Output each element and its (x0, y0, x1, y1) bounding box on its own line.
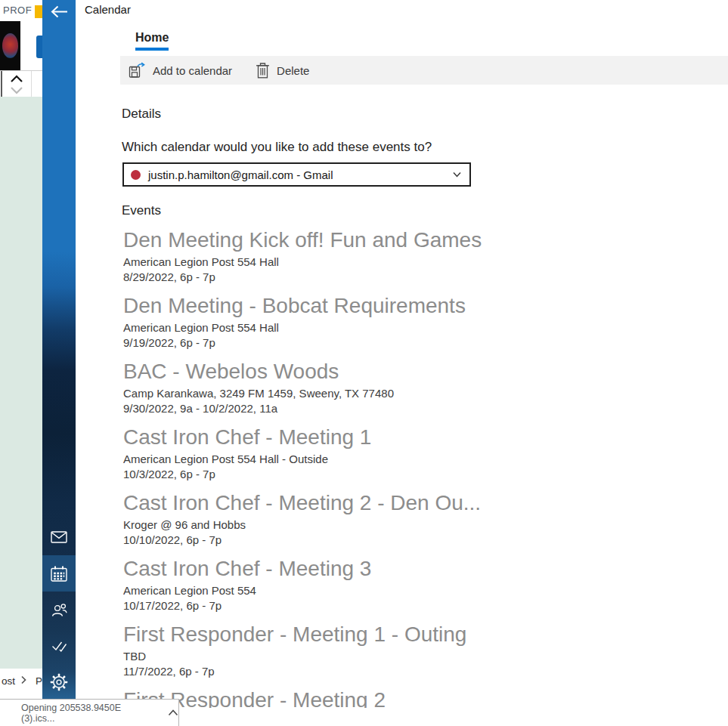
event-title: Cast Iron Chef - Meeting 3 (123, 555, 554, 583)
window-title: Calendar (85, 3, 131, 16)
download-collapse-icon[interactable] (168, 709, 178, 716)
gear-icon (50, 673, 68, 691)
details-heading: Details (122, 107, 161, 122)
event-item: Cast Iron Chef - Meeting 2 - Den Ou... K… (123, 489, 554, 548)
tab-active-underline (135, 48, 169, 51)
add-to-calendar-button[interactable]: Add to calendar (120, 56, 240, 85)
event-location: Camp Karankawa, 3249 FM 1459, Sweeny, TX… (123, 386, 554, 401)
account-color-dot (131, 170, 141, 180)
tab-home[interactable]: Home (135, 31, 169, 45)
event-item: BAC - Webelos Woods Camp Karankawa, 3249… (123, 357, 554, 416)
sidebar-item-settings[interactable] (42, 664, 76, 700)
event-title: Den Meeting Kick off! Fun and Games (123, 226, 554, 255)
event-item: Den Meeting Kick off! Fun and Games Amer… (123, 226, 554, 285)
browser-tab-label: PROF (3, 5, 32, 16)
ribbon-toolbar: Add to calendar Delete (120, 56, 728, 85)
breadcrumb-item: P (36, 675, 42, 687)
trash-icon (256, 63, 270, 79)
thumbnail-image (0, 21, 20, 70)
event-time: 8/29/2022, 6p - 7p (123, 270, 554, 285)
sidebar-item-tasks[interactable] (42, 628, 76, 664)
event-location: American Legion Post 554 (123, 583, 554, 598)
event-title: Cast Iron Chef - Meeting 2 - Den Ou... (123, 489, 554, 517)
sidebar-item-mail[interactable] (42, 519, 76, 555)
sidebar-item-calendar[interactable] (42, 555, 76, 592)
panel-edge (1, 71, 2, 97)
scroll-spinner-panel (0, 70, 42, 97)
download-bar[interactable]: Opening 205538.9450E (3).ics... (0, 699, 179, 726)
delete-button[interactable]: Delete (247, 56, 318, 85)
chevron-down-icon (453, 171, 461, 178)
arrow-left-icon (50, 5, 69, 19)
events-list: Den Meeting Kick off! Fun and Games Amer… (123, 226, 554, 708)
calendar-icon (51, 566, 67, 582)
event-time: 10/3/2022, 6p - 7p (123, 467, 554, 482)
breadcrumb-item: ost (2, 675, 15, 687)
background-button-fragment (36, 36, 42, 58)
save-icon (129, 62, 146, 79)
event-location: American Legion Post 554 Hall - Outside (123, 452, 554, 467)
delete-label: Delete (277, 64, 309, 77)
people-icon (51, 604, 67, 616)
event-location: Kroger @ 96 and Hobbs (123, 517, 554, 533)
calendar-select[interactable]: justin.p.hamilton@gmail.com - Gmail (122, 162, 471, 187)
scroll-up-icon[interactable] (10, 75, 23, 83)
breadcrumb: ost P (0, 669, 42, 699)
event-time: 11/7/2022, 6p - 7p (123, 664, 554, 679)
event-title: Cast Iron Chef - Meeting 1 (123, 423, 554, 452)
sidebar-item-people[interactable] (42, 592, 76, 628)
event-item: Cast Iron Chef - Meeting 1 American Legi… (123, 423, 554, 482)
event-title: Den Meeting - Bobcat Requirements (123, 292, 554, 320)
event-title: First Responder - Meeting 2 (123, 686, 554, 708)
browser-page-background (0, 97, 42, 669)
scroll-down-icon[interactable] (10, 86, 23, 94)
event-time: 9/19/2022, 6p - 7p (123, 335, 554, 351)
back-button[interactable] (42, 2, 76, 21)
event-item: First Responder - Meeting 2 (123, 686, 554, 708)
highlight-fragment (35, 5, 42, 18)
event-title: BAC - Webelos Woods (123, 357, 554, 386)
event-time: 9/30/2022, 9a - 10/2/2022, 11a (123, 401, 554, 416)
thumbnail-artwork (2, 33, 18, 58)
download-status: Opening 205538.9450E (3).ics... (21, 703, 156, 724)
event-time: 10/17/2022, 6p - 7p (123, 598, 554, 613)
mail-icon (51, 531, 67, 543)
panel-divider (31, 71, 32, 97)
event-item: Cast Iron Chef - Meeting 3 American Legi… (123, 555, 554, 613)
event-location: American Legion Post 554 Hall (123, 255, 554, 270)
event-title: First Responder - Meeting 1 - Outing (123, 620, 554, 649)
nav-pane (42, 0, 76, 700)
selected-calendar-label: justin.p.hamilton@gmail.com - Gmail (148, 168, 333, 181)
double-check-icon (51, 641, 67, 652)
events-heading: Events (122, 203, 161, 218)
event-item: First Responder - Meeting 1 - Outing TBD… (123, 620, 554, 679)
chevron-right-icon (20, 675, 26, 684)
event-location: American Legion Post 554 Hall (123, 320, 554, 335)
calendar-app-window: Calendar Home Add to calendar (42, 0, 728, 708)
event-time: 10/10/2022, 6p - 7p (123, 533, 554, 548)
add-to-calendar-label: Add to calendar (153, 64, 232, 77)
event-item: Den Meeting - Bobcat Requirements Americ… (123, 292, 554, 351)
calendar-question: Which calendar would you like to add the… (122, 140, 432, 155)
event-location: TBD (123, 649, 554, 664)
